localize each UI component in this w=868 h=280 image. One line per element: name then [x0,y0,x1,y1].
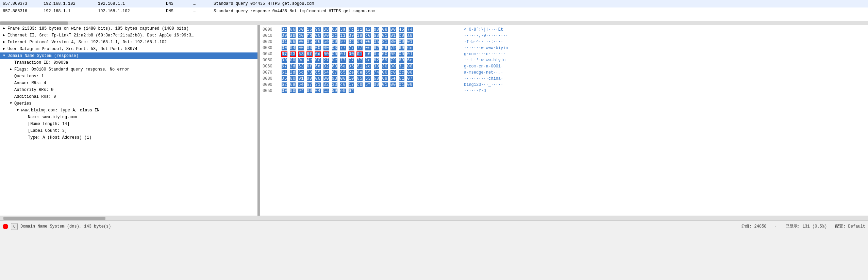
hex-byte[interactable]: 3d [349,40,354,44]
hex-byte[interactable]: 69 [382,58,387,63]
hex-byte[interactable]: 06 [290,27,296,32]
tree-arrow-ip[interactable]: ▶ [1,39,7,45]
hex-byte[interactable]: 62 [282,82,287,87]
tree-node-label_count[interactable]: [Label Count: 3] [0,127,257,134]
hex-byte[interactable]: c0 [365,33,371,38]
hex-byte[interactable]: 01 [399,82,404,87]
hex-byte[interactable]: 01 [357,52,362,57]
hex-byte[interactable]: 0c [374,52,379,57]
hex-byte[interactable]: 69 [399,58,404,63]
hex-byte[interactable]: 05 [390,52,396,57]
hex-byte[interactable]: 00 [315,76,320,81]
tree-arrow-ethernet[interactable]: ▶ [1,32,7,38]
hex-byte[interactable]: 01 [390,33,396,38]
hex-byte[interactable]: 61 [399,76,404,81]
tree-node-name_len[interactable]: [Name Length: 14] [0,121,257,127]
hex-byte[interactable]: 00 [298,46,304,50]
hex-byte[interactable]: 64 [349,89,354,93]
hex-byte[interactable]: 00 [282,46,287,50]
hex-byte[interactable]: 69 [382,46,387,50]
hex-byte[interactable]: 00 [374,82,379,87]
hex-byte[interactable]: 65 [340,70,346,75]
tree-node-authority_rrs[interactable]: Authority RRs: 0 [0,87,257,93]
hex-byte[interactable]: c0 [357,82,362,87]
hex-byte[interactable]: 2d [290,64,296,69]
bottom-scrollbar[interactable] [0,216,868,221]
hex-byte[interactable]: 80 [390,40,396,44]
hex-byte[interactable]: 3a [340,27,346,32]
top-scrollbar-thumb[interactable] [0,21,68,25]
tree-arrow-flags[interactable]: ▶ [8,66,14,73]
hex-byte[interactable]: 00 [323,52,329,57]
hex-byte[interactable]: 01 [382,33,387,38]
hex-byte[interactable]: 63 [298,64,304,69]
hex-byte[interactable]: 00 [290,76,296,81]
tree-node-txid[interactable]: Transaction ID: 0x003a [0,59,257,66]
packet-row-1[interactable]: 657.860373 192.168.1.102 192.168.1.1 DNS… [0,0,868,7]
hex-byte[interactable]: 0e [332,58,337,63]
hex-byte[interactable]: 93 [332,76,337,81]
hex-byte[interactable]: 39 [349,33,354,38]
hex-byte[interactable]: 99 [315,27,320,32]
hex-byte[interactable]: 69 [290,82,296,87]
hex-byte[interactable]: 05 [357,76,362,81]
hex-byte[interactable]: 04 [315,89,320,93]
hex-byte[interactable]: 33 [332,82,337,87]
hex-byte[interactable]: d4 [357,40,362,44]
hex-byte[interactable]: 06 [349,64,354,69]
hex-byte[interactable]: fd [307,33,312,38]
hex-byte[interactable]: 30 [390,64,396,69]
hex-byte[interactable]: 65 [365,70,371,75]
hex-byte[interactable]: 03 [332,46,337,50]
hex-byte[interactable]: 6d [315,64,320,69]
hex-byte[interactable]: 6e [340,64,346,69]
hex-byte[interactable]: 00 [282,33,287,38]
hex-byte[interactable]: 6f [307,52,312,57]
hex-byte[interactable]: 0c [298,58,304,63]
hex-byte[interactable]: 01 [282,40,287,44]
hex-byte[interactable]: 00 [298,40,304,44]
hex-byte[interactable]: e6 [315,40,320,44]
tree-node-ip[interactable]: ▶Internet Protocol Version 4, Src: 192.1… [0,39,257,46]
hex-byte[interactable]: 6e [390,76,396,81]
hex-byte[interactable]: 6f [307,64,312,69]
hex-byte[interactable]: 01 [298,76,304,81]
hex-byte[interactable]: 69 [382,76,387,81]
hex-byte[interactable]: 00 [365,40,371,44]
hex-byte[interactable]: 00 [307,89,312,93]
hex-byte[interactable]: 59 [332,89,337,93]
hex-byte[interactable]: 6d [315,52,320,57]
tree-node-ethernet[interactable]: ▶Ethernet II, Src: Tp-LinkT_21:a2:b8 (60… [0,32,257,39]
hex-byte[interactable]: 08 [382,27,387,32]
hex-byte[interactable]: 79 [390,46,396,50]
hex-byte[interactable]: b8 [374,27,379,32]
hex-byte[interactable]: 21 [357,27,362,32]
hex-byte[interactable]: 77 [340,46,346,50]
hex-byte[interactable]: 74 [407,27,413,32]
hex-byte[interactable]: 2d [290,70,296,75]
hex-byte[interactable]: 00 [340,76,346,81]
hex-byte[interactable]: 7c [349,27,354,32]
hex-byte[interactable]: d0 [298,33,304,38]
hex-byte[interactable]: 77 [357,58,362,63]
tree-node-additional_rrs[interactable]: Additional RRs: 0 [0,93,257,100]
hex-byte[interactable]: 00 [332,40,337,44]
hex-byte[interactable]: a8 [407,33,413,38]
hex-byte[interactable]: c0 [399,33,404,38]
hex-byte[interactable]: 00 [399,52,404,57]
hex-byte[interactable]: 6e [407,46,413,50]
hex-byte[interactable]: 00 [407,70,413,75]
hex-byte[interactable]: 2c [399,70,404,75]
hex-byte[interactable]: 00 [323,33,329,38]
hex-byte[interactable]: 02 [323,64,329,69]
hex-byte[interactable]: 07 [407,76,413,81]
hex-byte[interactable]: 00 [390,27,396,32]
tree-arrow-queries[interactable]: ▼ [8,100,14,107]
hex-byte[interactable]: e9 [340,89,346,93]
hex-byte[interactable]: 63 [365,76,371,81]
hex-byte[interactable]: 01 [407,40,413,44]
hex-byte[interactable]: 05 [282,76,287,81]
hex-byte[interactable]: 00 [315,58,320,63]
tree-arrow-udp[interactable]: ▶ [1,46,7,52]
hex-byte[interactable]: 00 [282,89,287,93]
